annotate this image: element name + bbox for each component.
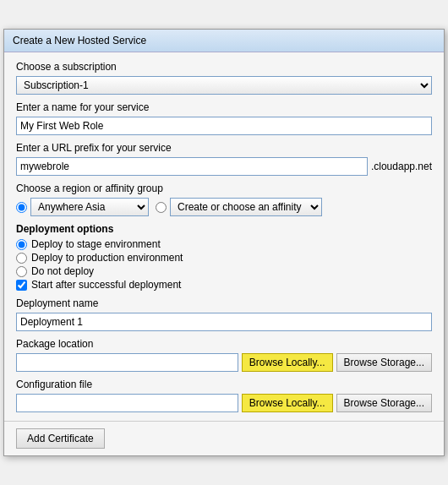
url-prefix-label: Enter a URL prefix for your service: [16, 142, 432, 154]
start-after-label: Start after successful deployment: [31, 279, 181, 291]
dialog-create-hosted-service: Create a New Hosted Service Choose a sub…: [3, 29, 445, 456]
subscription-dropdown[interactable]: Subscription-1: [16, 76, 432, 95]
region-radio[interactable]: [16, 202, 27, 213]
deploy-production-item: Deploy to production environment: [16, 252, 432, 264]
deploy-stage-label: Deploy to stage environment: [31, 238, 161, 250]
config-file-row: Browse Locally... Browse Storage...: [16, 394, 432, 412]
config-file-input[interactable]: [16, 394, 238, 412]
url-row: .cloudapp.net: [16, 157, 432, 176]
dialog-title: Create a New Hosted Service: [13, 35, 146, 46]
region-radio-group: Anywhere Asia: [16, 198, 149, 216]
config-browse-storage-button[interactable]: Browse Storage...: [336, 394, 432, 412]
config-file-label: Configuration file: [16, 379, 432, 390]
region-label: Choose a region or affinity group: [16, 183, 432, 194]
url-prefix-input[interactable]: [16, 157, 368, 176]
region-row: Anywhere Asia Create or choose an affini…: [16, 198, 432, 216]
dialog-titlebar: Create a New Hosted Service: [4, 30, 444, 52]
region-dropdown[interactable]: Anywhere Asia: [30, 198, 149, 216]
dialog-body: Choose a subscription Subscription-1 Ent…: [4, 52, 444, 421]
start-after-checkbox[interactable]: [16, 280, 27, 291]
package-browse-locally-button[interactable]: Browse Locally...: [242, 353, 333, 372]
subscription-label: Choose a subscription: [16, 61, 432, 73]
start-after-item: Start after successful deployment: [16, 279, 432, 291]
deploy-production-label: Deploy to production environment: [31, 252, 183, 264]
config-browse-locally-button[interactable]: Browse Locally...: [242, 394, 333, 412]
url-suffix: .cloudapp.net: [371, 161, 432, 172]
deploy-stage-radio[interactable]: [16, 239, 27, 250]
package-browse-storage-button[interactable]: Browse Storage...: [336, 353, 432, 372]
package-location-label: Package location: [16, 338, 432, 350]
package-location-input[interactable]: [16, 353, 238, 372]
affinity-dropdown[interactable]: Create or choose an affinity group: [170, 198, 322, 216]
deployment-options: Deploy to stage environment Deploy to pr…: [16, 238, 432, 291]
deploy-production-radio[interactable]: [16, 253, 27, 264]
service-name-input[interactable]: [16, 117, 432, 135]
deployment-name-label: Deployment name: [16, 297, 432, 309]
do-not-deploy-item: Do not deploy: [16, 265, 432, 277]
deploy-stage-item: Deploy to stage environment: [16, 238, 432, 250]
do-not-deploy-radio[interactable]: [16, 266, 27, 277]
deployment-options-label: Deployment options: [16, 223, 432, 235]
do-not-deploy-label: Do not deploy: [31, 265, 94, 277]
add-certificate-button[interactable]: Add Certificate: [16, 428, 105, 449]
package-location-row: Browse Locally... Browse Storage...: [16, 353, 432, 372]
service-name-label: Enter a name for your service: [16, 101, 432, 113]
deployment-name-input[interactable]: [16, 313, 432, 331]
dialog-footer: Add Certificate: [4, 421, 444, 455]
affinity-radio[interactable]: [156, 202, 167, 213]
affinity-radio-group: Create or choose an affinity group: [156, 198, 322, 216]
